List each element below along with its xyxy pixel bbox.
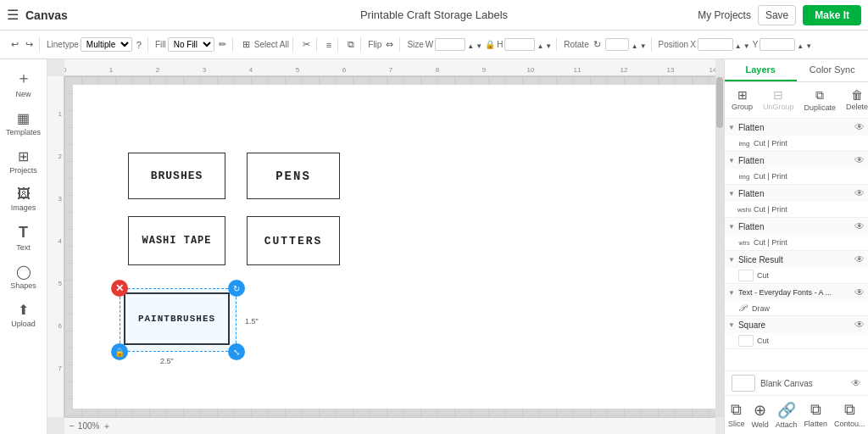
label-brushes[interactable]: BRUSHES xyxy=(128,153,225,199)
layer-flatten-3-header[interactable]: ▼ Flatten 👁 xyxy=(725,185,868,202)
label-cutters[interactable]: CUTTERS xyxy=(247,216,340,265)
weld-button[interactable]: ⊕ Weld xyxy=(748,399,772,431)
pos-x-down[interactable]: ▼ xyxy=(743,43,751,50)
rotate-down[interactable]: ▼ xyxy=(639,43,648,50)
lock-handle[interactable]: 🔒 xyxy=(111,343,128,360)
label-washi-tape-text: WASHI TAPE xyxy=(142,235,211,247)
pos-y-input[interactable]: 5.194 xyxy=(760,38,795,51)
layer-item-square[interactable]: Cut xyxy=(725,333,868,348)
ungroup-tool[interactable]: ⊟ UnGroup xyxy=(758,86,799,114)
group-label: Group xyxy=(732,103,753,111)
sidebar-item-text[interactable]: T Text xyxy=(3,219,44,257)
linetype-select[interactable]: Multiple xyxy=(81,37,132,52)
delete-tool[interactable]: 🗑 Delete xyxy=(841,86,868,114)
ruler-h-tick-2: 2 xyxy=(156,66,159,74)
undo-button[interactable]: ↩ xyxy=(8,37,21,52)
layer-square-eye-icon[interactable]: 👁 xyxy=(854,319,865,331)
layer-square-header[interactable]: ▼ Square 👁 xyxy=(725,316,868,333)
scrollbar-thumb[interactable] xyxy=(716,77,723,128)
my-projects-button[interactable]: My Projects xyxy=(698,9,751,21)
sidebar-item-shapes[interactable]: ◯ Shapes xyxy=(3,259,44,295)
edit-button[interactable]: ✂ xyxy=(300,37,313,52)
flatten-button[interactable]: ⧉ Flatten xyxy=(800,399,831,431)
pos-x-up[interactable]: ▲ xyxy=(734,43,743,50)
layer-cut-print-3: Cut | Print xyxy=(754,205,865,214)
attach-button[interactable]: 🔗 Attach xyxy=(772,399,801,431)
ruler-horizontal: 0 1 2 3 4 5 6 7 8 9 10 11 12 13 14 xyxy=(64,59,715,76)
layer-flatten-1-header[interactable]: ▼ Flatten 👁 xyxy=(725,119,868,136)
pos-x-input[interactable]: 1.236 xyxy=(698,38,733,51)
layer-slice-header[interactable]: ▼ Slice Result 👁 xyxy=(725,251,868,268)
sidebar-item-templates[interactable]: ▦ Templates xyxy=(3,105,44,142)
fill-pen-button[interactable]: ✏ xyxy=(216,37,229,52)
contour-button[interactable]: ⧉ Contou... xyxy=(831,399,868,431)
slice-button[interactable]: ⧉ Slice xyxy=(725,399,748,431)
scrollbar-vertical[interactable] xyxy=(715,76,724,417)
size-h-up[interactable]: ▲ xyxy=(536,43,544,50)
size-w-input[interactable]: 2.5 xyxy=(435,38,465,51)
zoom-out-button[interactable]: − xyxy=(70,421,75,431)
sidebar-item-images[interactable]: 🖼 Images xyxy=(3,181,44,217)
pos-y-up[interactable]: ▲ xyxy=(796,43,804,50)
layer-slice-eye-icon[interactable]: 👁 xyxy=(854,253,865,265)
layer-text-header[interactable]: ▼ Text - Everyday Fonts - A ... 👁 xyxy=(725,284,868,301)
label-washi-tape[interactable]: WASHI TAPE xyxy=(128,216,225,265)
arrange-button[interactable]: ⧉ xyxy=(345,37,357,52)
layer-eye-3-icon[interactable]: 👁 xyxy=(854,187,865,199)
size-w-up[interactable]: ▲ xyxy=(466,43,475,50)
canvas-title: Canvas xyxy=(25,8,68,22)
rotate-cw-button[interactable]: ↻ xyxy=(591,37,604,52)
flip-button[interactable]: ⇔ xyxy=(383,37,396,52)
layer-item-flatten-4[interactable]: wtrs Cut | Print xyxy=(725,235,868,250)
layer-p4-icon: wtrs xyxy=(738,236,750,248)
delete-handle[interactable]: ✕ xyxy=(111,280,128,297)
size-h-input[interactable]: 1.5 xyxy=(504,38,535,51)
layer-item-flatten-2[interactable]: img Cut | Print xyxy=(725,169,868,184)
rotate-handle[interactable]: ↻ xyxy=(228,280,245,297)
rotate-up[interactable]: ▲ xyxy=(631,43,639,50)
layer-text-eye-icon[interactable]: 👁 xyxy=(854,287,865,298)
resize-handle[interactable]: ⤡ xyxy=(228,343,245,360)
blank-canvas-eye-icon[interactable]: 👁 xyxy=(851,377,861,389)
layer-item-text[interactable]: 𝒫 Draw xyxy=(725,301,868,315)
fill-select[interactable]: No Fill xyxy=(168,37,214,52)
group-icon: ⊞ xyxy=(737,88,748,102)
size-w-control: 2.5 ▲▼ xyxy=(435,38,483,51)
redo-button[interactable]: ↪ xyxy=(23,37,36,52)
pos-y-label: Y xyxy=(753,40,759,49)
layer-eye-2-icon[interactable]: 👁 xyxy=(854,154,865,166)
pos-y-down[interactable]: ▼ xyxy=(804,43,813,50)
sidebar-item-projects[interactable]: ⊞ Projects xyxy=(3,143,44,180)
main-area: ＋ New ▦ Templates ⊞ Projects 🖼 Images T … xyxy=(0,59,868,434)
duplicate-label: Duplicate xyxy=(804,103,837,112)
layer-item-flatten-1[interactable]: img Cut | Print xyxy=(725,136,868,151)
duplicate-tool[interactable]: ⧉ Duplicate xyxy=(799,86,842,114)
layer-eye-icon[interactable]: 👁 xyxy=(854,121,865,133)
layer-arrow-icon: ▼ xyxy=(728,124,735,131)
tab-layers[interactable]: Layers xyxy=(725,59,797,81)
size-w-down[interactable]: ▼ xyxy=(475,43,483,50)
layer-flatten-4-header[interactable]: ▼ Flatten 👁 xyxy=(725,218,868,235)
sidebar-templates-label: Templates xyxy=(6,128,41,136)
layer-flatten-2-header[interactable]: ▼ Flatten 👁 xyxy=(725,152,868,169)
tab-color-sync[interactable]: Color Sync xyxy=(797,59,869,81)
canvas-area[interactable]: 0 1 2 3 4 5 6 7 8 9 10 11 12 13 14 1 2 xyxy=(47,59,724,434)
layer-item-flatten-3[interactable]: wshi Cut | Print xyxy=(725,202,868,217)
sidebar-item-new[interactable]: ＋ New xyxy=(3,63,44,103)
size-h-label: H xyxy=(497,40,503,49)
sidebar-item-upload[interactable]: ⬆ Upload xyxy=(3,297,44,333)
label-pens[interactable]: PENS xyxy=(247,153,340,199)
group-tool[interactable]: ⊞ Group xyxy=(726,86,758,114)
layer-item-slice[interactable]: Cut xyxy=(725,268,868,283)
menu-icon[interactable]: ☰ xyxy=(7,7,19,23)
ruler-h-tick-8: 8 xyxy=(436,66,439,74)
layer-eye-4-icon[interactable]: 👁 xyxy=(854,220,865,232)
size-h-down[interactable]: ▼ xyxy=(544,43,553,50)
linetype-help-button[interactable]: ? xyxy=(134,38,144,52)
make-it-button[interactable]: Make It xyxy=(803,5,861,25)
save-button[interactable]: Save xyxy=(758,5,796,25)
rotate-input[interactable]: 0 xyxy=(605,38,629,51)
align-button[interactable]: ≡ xyxy=(324,38,334,52)
zoom-in-button[interactable]: ＋ xyxy=(103,420,111,432)
select-all-button[interactable]: ⊞ xyxy=(240,37,253,52)
